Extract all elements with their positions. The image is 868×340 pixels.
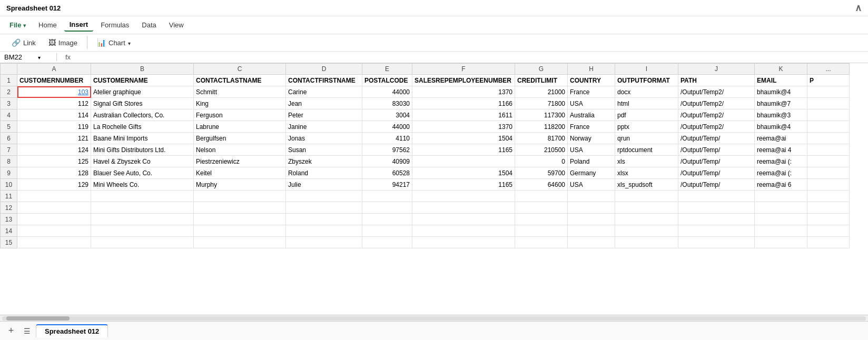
cell-2-7[interactable]: France <box>568 86 615 98</box>
cell-ref-chevron[interactable] <box>38 53 41 61</box>
cell-12-10[interactable] <box>755 202 807 214</box>
cell-10-2[interactable]: Murphy <box>194 179 286 191</box>
cell-7-6[interactable]: 210500 <box>515 144 568 156</box>
cell-13-4[interactable] <box>362 214 412 225</box>
cell-14-3[interactable] <box>286 225 362 237</box>
row-header-13[interactable]: 13 <box>1 214 17 225</box>
cell-13-1[interactable] <box>91 214 194 225</box>
cell-15-0[interactable] <box>17 237 91 248</box>
cell-13-2[interactable] <box>194 214 286 225</box>
cell-9-0[interactable]: 128 <box>17 167 91 179</box>
cell-2-8[interactable]: docx <box>615 86 678 98</box>
cell-4-10[interactable]: bhaumik@3 <box>755 109 807 121</box>
cell-12-11[interactable] <box>807 202 850 214</box>
cell-3-3[interactable]: Jean <box>286 98 362 109</box>
cell-7-9[interactable]: /Output/Temp/ <box>678 144 755 156</box>
cell-4-4[interactable]: 3004 <box>362 109 412 121</box>
scroll-track[interactable] <box>2 316 866 321</box>
menu-view[interactable]: View <box>164 19 189 31</box>
cell-14-5[interactable] <box>412 225 515 237</box>
cell-8-3[interactable]: Zbyszek <box>286 156 362 167</box>
cell-15-6[interactable] <box>515 237 568 248</box>
cell-11-4[interactable] <box>362 191 412 202</box>
horizontal-scrollbar[interactable] <box>0 315 868 321</box>
cell-15-9[interactable] <box>678 237 755 248</box>
cell-11-11[interactable] <box>807 191 850 202</box>
cell-3-1[interactable]: Signal Gift Stores <box>91 98 194 109</box>
cell-15-5[interactable] <box>412 237 515 248</box>
row-header-15[interactable]: 15 <box>1 237 17 248</box>
cell-15-4[interactable] <box>362 237 412 248</box>
cell-12-1[interactable] <box>91 202 194 214</box>
row-header-12[interactable]: 12 <box>1 202 17 214</box>
cell-2-4[interactable]: 44000 <box>362 86 412 98</box>
cell-15-1[interactable] <box>91 237 194 248</box>
cell-9-5[interactable]: 1504 <box>412 167 515 179</box>
row-header-7[interactable]: 7 <box>1 144 17 156</box>
cell-13-6[interactable] <box>515 214 568 225</box>
cell-6-10[interactable]: reema@ai <box>755 133 807 144</box>
cell-13-9[interactable] <box>678 214 755 225</box>
sheet-menu-button[interactable]: ☰ <box>20 324 34 338</box>
cell-10-7[interactable]: USA <box>568 179 615 191</box>
col-header-g[interactable]: G <box>515 64 568 75</box>
cell-13-8[interactable] <box>615 214 678 225</box>
cell-6-0[interactable]: 121 <box>17 133 91 144</box>
cell-11-9[interactable] <box>678 191 755 202</box>
cell-5-11[interactable] <box>807 121 850 133</box>
cell-6-8[interactable]: qrun <box>615 133 678 144</box>
cell-7-10[interactable]: reema@ai 4 <box>755 144 807 156</box>
spreadsheet-area[interactable]: A B C D E F G H I J K ... 1CUSTOMERNUMBE… <box>0 63 868 315</box>
col-header-d[interactable]: D <box>286 64 362 75</box>
cell-12-0[interactable] <box>17 202 91 214</box>
cell-3-2[interactable]: King <box>194 98 286 109</box>
cell-7-3[interactable]: Susan <box>286 144 362 156</box>
menu-formulas[interactable]: Formulas <box>95 19 134 31</box>
cell-14-8[interactable] <box>615 225 678 237</box>
cell-8-2[interactable]: Piestrzeniewicz <box>194 156 286 167</box>
cell-5-6[interactable]: 118200 <box>515 121 568 133</box>
cell-ref-input[interactable] <box>4 53 36 61</box>
cell-11-10[interactable] <box>755 191 807 202</box>
cell-8-1[interactable]: Havel & Zbyszek Co <box>91 156 194 167</box>
cell-7-1[interactable]: Mini Gifts Distributors Ltd. <box>91 144 194 156</box>
cell-2-9[interactable]: /Output/Temp2/ <box>678 86 755 98</box>
col-header-e[interactable]: E <box>362 64 412 75</box>
cell-4-6[interactable]: 117300 <box>515 109 568 121</box>
cell-3-10[interactable]: bhaumik@7 <box>755 98 807 109</box>
cell-1-1[interactable]: CUSTOMERNAME <box>91 75 194 86</box>
cell-9-10[interactable]: reema@ai (: <box>755 167 807 179</box>
cell-6-5[interactable]: 1504 <box>412 133 515 144</box>
cell-6-1[interactable]: Baane Mini Imports <box>91 133 194 144</box>
cell-5-10[interactable]: bhaumik@4 <box>755 121 807 133</box>
row-header-9[interactable]: 9 <box>1 167 17 179</box>
cell-8-8[interactable]: xls <box>615 156 678 167</box>
cell-4-2[interactable]: Ferguson <box>194 109 286 121</box>
cell-15-3[interactable] <box>286 237 362 248</box>
cell-3-5[interactable]: 1166 <box>412 98 515 109</box>
cell-7-4[interactable]: 97562 <box>362 144 412 156</box>
cell-9-3[interactable]: Roland <box>286 167 362 179</box>
cell-8-6[interactable]: 0 <box>515 156 568 167</box>
cell-11-2[interactable] <box>194 191 286 202</box>
col-header-p[interactable]: ... <box>807 64 850 75</box>
menu-file[interactable]: File <box>4 19 31 31</box>
cell-9-1[interactable]: Blauer See Auto, Co. <box>91 167 194 179</box>
cell-2-10[interactable]: bhaumik@4 <box>755 86 807 98</box>
cell-14-6[interactable] <box>515 225 568 237</box>
cell-12-8[interactable] <box>615 202 678 214</box>
cell-8-9[interactable]: /Output/Temp/ <box>678 156 755 167</box>
menu-insert[interactable]: Insert <box>64 18 93 32</box>
cell-3-4[interactable]: 83030 <box>362 98 412 109</box>
cell-15-8[interactable] <box>615 237 678 248</box>
cell-6-9[interactable]: /Output/Temp/ <box>678 133 755 144</box>
cell-4-8[interactable]: pdf <box>615 109 678 121</box>
add-sheet-button[interactable]: + <box>4 324 18 338</box>
cell-10-5[interactable]: 1165 <box>412 179 515 191</box>
cell-2-0[interactable]: 103 <box>17 86 91 98</box>
cell-1-9[interactable]: PATH <box>678 75 755 86</box>
cell-13-0[interactable] <box>17 214 91 225</box>
cell-10-1[interactable]: Mini Wheels Co. <box>91 179 194 191</box>
cell-3-0[interactable]: 112 <box>17 98 91 109</box>
cell-6-7[interactable]: Norway <box>568 133 615 144</box>
